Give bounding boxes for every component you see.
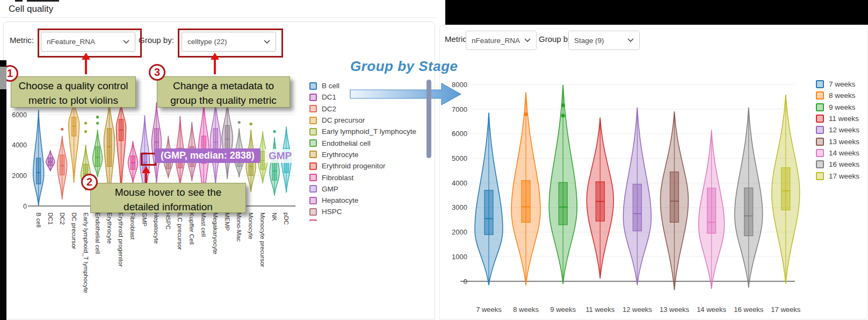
legend-swatch <box>309 219 317 221</box>
legend-swatch <box>816 126 824 134</box>
legend-label: Hepatocyte <box>322 196 358 204</box>
legend-swatch <box>816 103 824 111</box>
groupby-select-right[interactable]: Stage (9) <box>568 31 640 50</box>
legend-item[interactable]: 16 weeks <box>816 159 859 170</box>
legend-item[interactable]: HSPC <box>309 206 428 217</box>
legend-swatch <box>816 91 824 99</box>
legend-swatch <box>309 208 317 216</box>
legend-swatch <box>309 185 317 193</box>
legend-label: Endothelial cell <box>322 139 371 147</box>
scrollbar-track <box>0 60 6 320</box>
legend-label: Fibroblast <box>322 174 353 182</box>
groupby-select-right-value: Stage (9) <box>574 37 604 45</box>
top-black-bar <box>445 0 868 25</box>
step-note-2: Mouse hover to see thedetailed informati… <box>90 183 246 213</box>
legend-label: Early lymphoid_T lymphocyte <box>322 127 416 136</box>
screen-artifact <box>15 0 23 2</box>
tooltip-tag: GMP <box>265 149 295 163</box>
hover-target-box <box>141 153 156 166</box>
legend-item[interactable]: DC1 <box>309 91 428 103</box>
legend-item[interactable]: GMP <box>309 183 428 195</box>
legend-swatch <box>816 138 824 146</box>
metric-select-right[interactable]: nFeature_RNA <box>466 31 537 50</box>
legend-label: 13 weeks <box>829 138 859 146</box>
legend-label: 7 weeks <box>829 80 856 88</box>
legend-swatch <box>816 172 824 180</box>
group-by-stage-label: Group by Stage <box>350 58 458 75</box>
page-title: Cell quality <box>9 4 53 15</box>
hover-tooltip: (GMP, median: 2838) <box>155 148 261 163</box>
legend-swatch <box>309 82 317 90</box>
step-note-3: Change a metadata togroup the quality me… <box>157 76 290 108</box>
legend-item[interactable]: Endothelial cell <box>309 137 428 148</box>
legend-label: DC1 <box>322 93 336 101</box>
legend-item[interactable]: Fibroblast <box>309 172 428 183</box>
screen-artifact <box>27 0 59 2</box>
legend-item[interactable]: B cell <box>309 80 428 91</box>
legend-label: 12 weeks <box>829 126 859 134</box>
legend-item[interactable]: 9 weeks <box>816 102 859 113</box>
legend-item[interactable]: DC2 <box>309 103 428 115</box>
legend-label: ILC precursor <box>322 219 366 221</box>
title-divider <box>0 17 436 18</box>
step-note-1: Choose a quality controlmetric to plot v… <box>11 76 136 108</box>
legend-swatch <box>309 151 317 158</box>
legend-label: B cell <box>322 82 339 90</box>
chevron-down-icon <box>627 38 634 42</box>
legend-label: DC2 <box>322 105 336 113</box>
legend-swatch <box>309 197 317 204</box>
legend-item[interactable]: ILC precursor <box>309 218 428 221</box>
legend-swatch <box>816 80 824 88</box>
legend-item[interactable]: DC precursor <box>309 115 428 126</box>
legend-item[interactable]: 17 weeks <box>816 170 859 181</box>
legend-label: Erythroid progenitor <box>322 162 386 170</box>
scrollbar-thumb-vertical[interactable] <box>426 80 431 158</box>
legend-item[interactable]: 11 weeks <box>816 113 859 124</box>
legend-label: 14 weeks <box>829 149 859 157</box>
legend-item[interactable]: Early lymphoid_T lymphocyte <box>309 126 428 137</box>
right-panel-container <box>439 25 867 319</box>
legend-swatch <box>309 162 317 170</box>
legend-label: HSPC <box>322 208 342 216</box>
right-legend: 7 weeks8 weeks9 weeks11 weeks12 weeks13 … <box>816 79 859 182</box>
legend-swatch <box>816 149 824 157</box>
legend-label: 8 weeks <box>829 91 856 99</box>
legend-item[interactable]: 7 weeks <box>816 79 859 90</box>
scrollbar-thumb[interactable] <box>0 67 6 89</box>
chevron-down-icon <box>524 38 531 42</box>
legend-label: 17 weeks <box>829 172 859 180</box>
groupby-label: Group by: <box>139 35 174 45</box>
legend-label: GMP <box>322 185 338 193</box>
legend-swatch <box>309 139 317 147</box>
legend-label: 16 weeks <box>829 160 859 168</box>
legend-item[interactable]: 12 weeks <box>816 124 859 136</box>
legend-label: Erythrocyte <box>322 151 358 159</box>
legend-label: DC precursor <box>322 116 365 124</box>
legend-swatch <box>309 117 317 124</box>
legend-swatch <box>309 105 317 112</box>
legend-swatch <box>309 94 317 101</box>
legend-swatch <box>816 160 824 168</box>
legend-item[interactable]: Erythrocyte <box>309 149 428 160</box>
legend-item[interactable]: 8 weeks <box>816 90 859 101</box>
legend-item[interactable]: Hepatocyte <box>309 195 428 206</box>
legend-swatch <box>309 128 317 136</box>
screen: Cell quality Metric: nFeature_RNA Group … <box>0 0 868 320</box>
step-circle-3: 3 <box>149 64 165 81</box>
legend-swatch <box>816 115 824 123</box>
step-circle-2: 2 <box>81 174 98 190</box>
groupby-highlight-box <box>178 29 283 58</box>
legend-swatch <box>309 174 317 181</box>
legend-item[interactable]: 14 weeks <box>816 147 859 159</box>
legend-label: 9 weeks <box>829 103 856 111</box>
legend-item[interactable]: 13 weeks <box>816 136 859 147</box>
metric-select-right-value: nFeature_RNA <box>472 37 520 45</box>
legend-label: 11 weeks <box>829 115 859 123</box>
metric-label: Metric: <box>10 35 34 45</box>
legend-item[interactable]: Erythroid progenitor <box>309 160 428 172</box>
left-legend: B cellDC1DC2DC precursorEarly lymphoid_T… <box>309 80 428 221</box>
